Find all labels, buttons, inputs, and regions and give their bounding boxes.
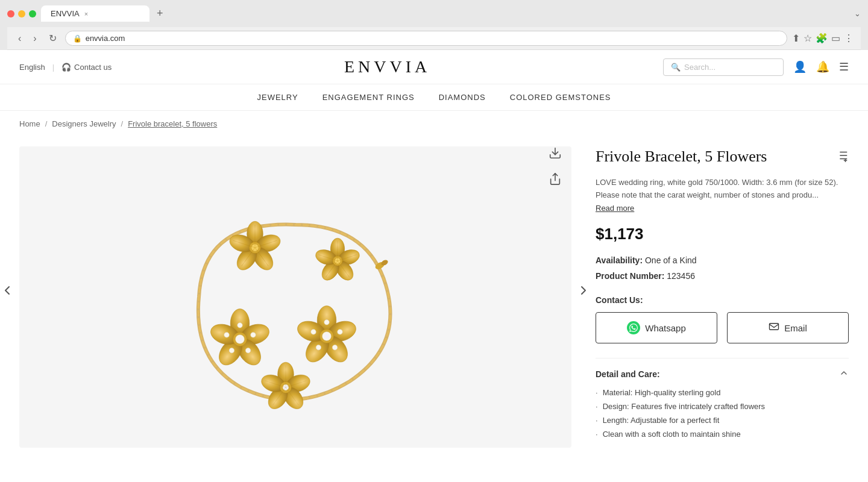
whatsapp-btn[interactable]: Whatsapp [596,312,717,343]
svg-point-53 [324,334,329,339]
detail-item-4: Clean with a soft cloth to maintain shin… [603,430,741,439]
more-btn[interactable]: ⋮ [844,33,854,44]
user-icon[interactable]: 👤 [793,60,807,74]
list-item: · Length: Adjustable for a perfect fit [596,416,849,425]
traffic-light-yellow[interactable] [18,10,25,17]
add-to-list-btn[interactable] [835,146,849,165]
product-title-row: Frivole Bracelet, 5 Flowers [596,146,849,167]
bullet: · [596,430,598,439]
url-bar[interactable]: 🔒 envvia.com [65,31,787,46]
detail-item-2: Design: Features five intricately crafte… [603,402,766,411]
bullet: · [596,388,598,397]
product-price: $1,173 [596,225,849,243]
browser-tab[interactable]: ENVVIA × [41,5,149,22]
lock-icon: 🔒 [73,34,82,43]
email-icon [769,322,779,333]
nav-item-engagement[interactable]: ENGAGEMENT RINGS [322,93,415,102]
search-icon: 🔍 [671,63,681,72]
download-btn[interactable] [549,146,562,163]
breadcrumb-category[interactable]: Designers Jewelry [52,119,116,128]
nav-item-jewelry[interactable]: JEWELRY [257,93,298,102]
product-details: Frivole Bracelet, 5 Flowers LOVE wedding… [596,137,849,448]
forward-btn[interactable]: › [30,32,40,45]
menu-icon[interactable]: ☰ [839,60,849,74]
product-number-value: 123456 [667,271,695,281]
share-btn[interactable]: ⬆ [792,33,800,44]
availability-value: One of a Kind [645,255,697,265]
language-selector[interactable]: English [19,63,45,72]
chevron-up-icon [839,368,849,380]
extensions-btn[interactable]: 🧩 [816,33,828,44]
product-image [19,146,571,448]
url-text: envvia.com [86,34,125,43]
site-logo[interactable]: ENVVIA [112,57,663,77]
product-description: LOVE wedding ring, white gold 750/1000. … [596,177,849,202]
contact-us-label: Contact Us: [596,295,849,305]
read-more-link[interactable]: Read more [596,204,849,213]
site-nav: JEWELRY ENGAGEMENT RINGS DIAMONDS COLORE… [0,84,868,111]
svg-rect-74 [770,324,779,330]
contact-link[interactable]: 🎧 Contact us [61,63,112,72]
bullet: · [596,416,598,425]
header-divider: | [52,63,54,72]
breadcrumb-sep-2: / [121,119,124,128]
window-dropdown-icon: ⌄ [854,9,861,18]
nav-item-gemstones[interactable]: COLORED GEMSTONES [510,93,611,102]
back-btn[interactable]: ‹ [14,32,25,45]
list-item: · Material: High-quality sterling gold [596,388,849,397]
bullet: · [596,402,598,411]
search-box[interactable]: 🔍 Search... [663,58,784,76]
list-item: · Design: Features five intricately craf… [596,402,849,411]
traffic-light-red[interactable] [7,10,14,17]
carousel-next-btn[interactable] [571,278,596,306]
email-btn[interactable]: Email [727,312,849,343]
product-image-section [19,137,571,448]
product-page: Frivole Bracelet, 5 Flowers LOVE wedding… [0,137,868,472]
breadcrumb-sep-1: / [45,119,48,128]
tab-title: ENVVIA [51,9,80,18]
detail-item-1: Material: High-quality sterling gold [603,388,721,397]
whatsapp-icon [627,321,640,334]
header-left: English | 🎧 Contact us [19,63,112,72]
svg-point-46 [324,320,329,325]
product-number-row: Product Number: 123456 [596,271,849,281]
bookmark-btn[interactable]: ☆ [804,33,812,44]
nav-item-diamonds[interactable]: DIAMONDS [439,93,486,102]
refresh-btn[interactable]: ↻ [45,31,60,45]
breadcrumb-home[interactable]: Home [19,119,40,128]
svg-point-40 [237,337,242,342]
contact-buttons: Whatsapp Email [596,312,849,343]
detail-care-title: Detail and Care: [596,369,660,379]
email-label: Email [784,323,807,333]
new-tab-btn[interactable]: + [152,5,168,22]
availability-row: Availability: One of a Kind [596,255,849,265]
carousel-prev-btn[interactable] [0,278,19,306]
svg-point-33 [237,323,242,328]
sidebar-btn[interactable]: ▭ [831,33,840,44]
bell-icon[interactable]: 🔔 [816,60,829,74]
headset-icon: 🎧 [61,63,71,72]
product-title: Frivole Bracelet, 5 Flowers [596,146,767,167]
breadcrumb-current: Frivole bracelet, 5 flowers [128,119,217,128]
product-number-label: Product Number: [596,271,664,281]
tab-close-btn[interactable]: × [84,10,88,17]
header-center: ENVVIA [112,57,663,77]
share-image-btn[interactable] [549,172,562,189]
detail-item-3: Length: Adjustable for a perfect fit [603,416,720,425]
availability-label: Availability: [596,255,643,265]
detail-care-header[interactable]: Detail and Care: [596,368,849,380]
traffic-light-green[interactable] [29,10,36,17]
contact-section: Contact Us: Whatsapp [596,295,849,343]
site-header: English | 🎧 Contact us ENVVIA 🔍 Search..… [0,50,868,84]
breadcrumb: Home / Designers Jewelry / Frivole brace… [0,111,868,137]
product-meta: Availability: One of a Kind Product Numb… [596,255,849,281]
image-actions [549,146,562,189]
search-placeholder: Search... [684,63,715,72]
header-right: 🔍 Search... 👤 🔔 ☰ [663,58,849,76]
list-item: · Clean with a soft cloth to maintain sh… [596,430,849,439]
detail-care-section: Detail and Care: · Material: High-qualit… [596,358,849,439]
contact-link-label: Contact us [74,63,112,72]
whatsapp-label: Whatsapp [645,323,686,333]
detail-care-list: · Material: High-quality sterling gold ·… [596,388,849,439]
